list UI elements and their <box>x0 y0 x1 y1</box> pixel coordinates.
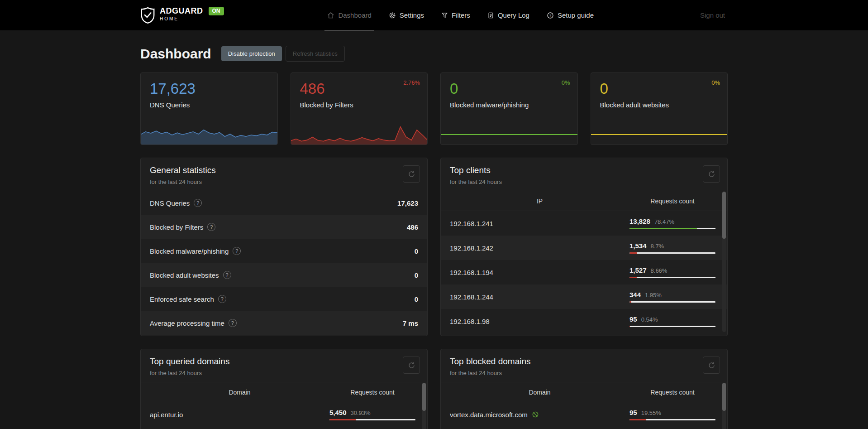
requests-stats: 5,45030.93% <box>329 409 415 420</box>
svg-text:?: ? <box>549 13 552 17</box>
refresh-icon <box>708 170 715 178</box>
refresh-panel-button[interactable] <box>403 165 420 183</box>
stat-card-percent: 0% <box>711 79 720 86</box>
scrollbar[interactable] <box>722 383 726 429</box>
help-icon[interactable]: ? <box>233 247 241 255</box>
stat-card-percent: 2.76% <box>403 79 420 86</box>
scrollbar[interactable] <box>722 192 726 332</box>
main-nav: Dashboard Settings Filters Query Log <box>224 0 697 30</box>
general-stat-row: Blocked malware/phishing?0 <box>141 239 427 263</box>
dashboard-page: Dashboard Disable protection Refresh sta… <box>140 30 728 429</box>
column-header-domain: Domain <box>450 389 630 396</box>
table-row: 192.168.1.98950.54% <box>441 309 727 333</box>
general-statistics-table: DNS Queries?17,623Blocked by Filters?486… <box>141 191 427 335</box>
refresh-panel-button[interactable] <box>403 357 420 374</box>
help-icon[interactable]: ? <box>229 319 237 327</box>
requests-stats: 1,5348.7% <box>630 242 715 254</box>
help-circle-icon: ? <box>547 12 554 19</box>
progress-bar <box>329 419 415 420</box>
scrollbar-thumb[interactable] <box>722 383 726 411</box>
requests-percent: 0.54% <box>641 316 658 323</box>
requests-percent: 30.93% <box>351 410 371 416</box>
general-statistics-panel: General statistics for the last 24 hours… <box>140 158 428 336</box>
nav-label: Query Log <box>498 11 529 19</box>
stat-card-dns-queries: 17,623 DNS Queries <box>140 72 278 145</box>
disable-protection-button[interactable]: Disable protection <box>221 46 282 61</box>
general-stat-row: DNS Queries?17,623 <box>141 191 427 215</box>
table-row: 192.168.1.2443441.95% <box>441 284 727 309</box>
stat-cards-row: 17,623 DNS Queries 2.76% 486 Blocked by … <box>140 72 728 145</box>
client-ip[interactable]: 192.168.1.242 <box>450 244 630 252</box>
stat-card-label: Blocked malware/phishing <box>450 101 529 109</box>
stat-card-blocked-adult: 0% 0 Blocked adult websites <box>591 72 728 145</box>
general-stat-row: Enforced safe search?0 <box>141 287 427 311</box>
table-row: vortex.data.microsoft.com9519.55% <box>441 402 727 427</box>
nav-label: Settings <box>400 11 424 19</box>
requests-count: 95 <box>630 409 637 416</box>
client-ip[interactable]: 192.168.1.244 <box>450 293 630 301</box>
requests-count: 95 <box>630 315 637 323</box>
domain-name[interactable]: api.entur.io <box>150 411 329 419</box>
refresh-panel-button[interactable] <box>703 357 720 374</box>
top-clients-table: 192.168.1.24113,82878.47%192.168.1.2421,… <box>441 211 727 333</box>
requests-count: 1,534 <box>630 242 647 250</box>
help-icon[interactable]: ? <box>207 223 215 231</box>
top-queried-domains-panel: Top queried domains for the last 24 hour… <box>140 349 428 429</box>
dns-queries-sparkline <box>140 123 278 145</box>
stat-label: DNS Queries <box>150 199 190 207</box>
panel-title: Top clients <box>450 165 502 175</box>
general-stat-row: Blocked by Filters?486 <box>141 215 427 239</box>
scrollbar-thumb[interactable] <box>722 192 726 239</box>
help-icon[interactable]: ? <box>223 271 231 279</box>
nav-setup-guide[interactable]: ? Setup guide <box>547 0 594 30</box>
nav-settings[interactable]: Settings <box>389 0 424 30</box>
adguard-logo[interactable]: ADGUARD ON HOME <box>140 7 224 24</box>
home-icon <box>327 12 334 19</box>
help-icon[interactable]: ? <box>194 199 202 207</box>
column-header-requests-count: Requests count <box>329 389 415 396</box>
shield-logo-icon <box>140 7 155 24</box>
table-row: 192.168.1.1941,5278.66% <box>441 260 727 284</box>
filter-icon <box>441 12 448 19</box>
progress-bar <box>630 277 715 278</box>
top-clients-panel: Top clients for the last 24 hours IP Req… <box>440 158 728 336</box>
scrollbar[interactable] <box>422 383 426 429</box>
panel-subtitle: for the last 24 hours <box>150 178 216 185</box>
requests-stats: 950.54% <box>630 315 715 327</box>
stat-value: 17,623 <box>397 199 418 207</box>
client-ip[interactable]: 192.168.1.194 <box>450 269 630 276</box>
client-ip[interactable]: 192.168.1.241 <box>450 220 630 227</box>
progress-bar <box>630 326 715 327</box>
requests-percent: 78.47% <box>654 218 674 225</box>
nav-query-log[interactable]: Query Log <box>487 0 529 30</box>
nav-filters[interactable]: Filters <box>441 0 470 30</box>
progress-bar <box>630 419 715 420</box>
client-ip[interactable]: 192.168.1.98 <box>450 318 630 325</box>
table-header: IP Requests count <box>441 191 727 211</box>
blocked-icon <box>532 411 539 418</box>
stat-value: 0 <box>415 247 418 255</box>
refresh-statistics-button[interactable]: Refresh statistics <box>286 46 345 62</box>
column-header-ip: IP <box>450 198 630 205</box>
help-icon[interactable]: ? <box>218 295 226 303</box>
requests-percent: 8.66% <box>651 267 668 274</box>
requests-count: 13,828 <box>630 217 650 225</box>
refresh-panel-button[interactable] <box>703 165 720 183</box>
stat-card-label: Blocked adult websites <box>600 101 669 109</box>
refresh-icon <box>708 362 715 369</box>
blocked-malware-sparkline <box>441 134 577 135</box>
blocked-by-filters-link[interactable]: Blocked by Filters <box>300 101 353 109</box>
domain-name[interactable]: vortex.data.microsoft.com <box>450 411 630 419</box>
sign-out-button[interactable]: Sign out <box>697 11 728 19</box>
stat-card-label: DNS Queries <box>150 101 190 109</box>
stat-label: Blocked malware/phishing <box>150 247 229 255</box>
top-nav: ADGUARD ON HOME Dashboard Settings <box>0 0 868 30</box>
top-blocked-domains-table: vortex.data.microsoft.com9519.55% <box>441 402 727 427</box>
refresh-icon <box>408 362 415 369</box>
blocked-adult-sparkline <box>591 134 728 135</box>
nav-dashboard[interactable]: Dashboard <box>327 0 371 30</box>
scrollbar-thumb[interactable] <box>422 383 426 411</box>
top-queried-domains-table: api.entur.io5,45030.93% <box>141 402 427 427</box>
table-row: 192.168.1.2421,5348.7% <box>441 236 727 260</box>
progress-bar <box>630 228 715 229</box>
